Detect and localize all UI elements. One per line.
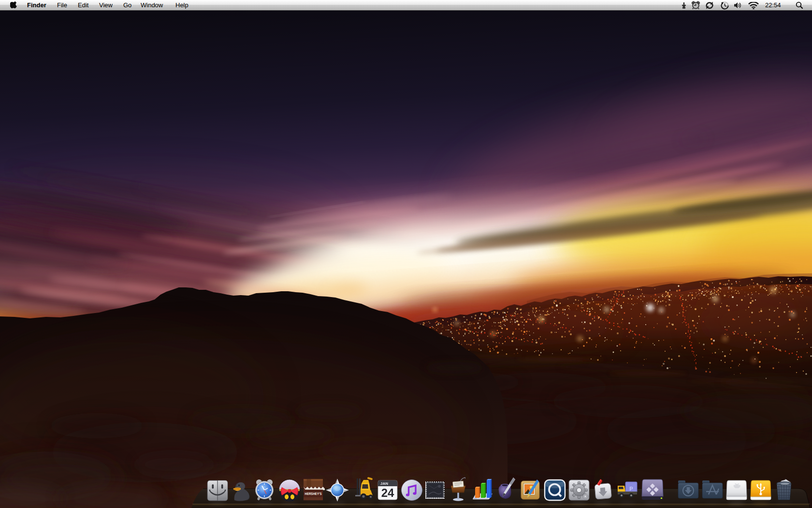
- svg-text:P: P: [629, 486, 633, 492]
- svg-text:JAN: JAN: [380, 481, 388, 486]
- svg-text:HERSHEY'S: HERSHEY'S: [305, 492, 322, 495]
- svg-text:24: 24: [381, 486, 394, 499]
